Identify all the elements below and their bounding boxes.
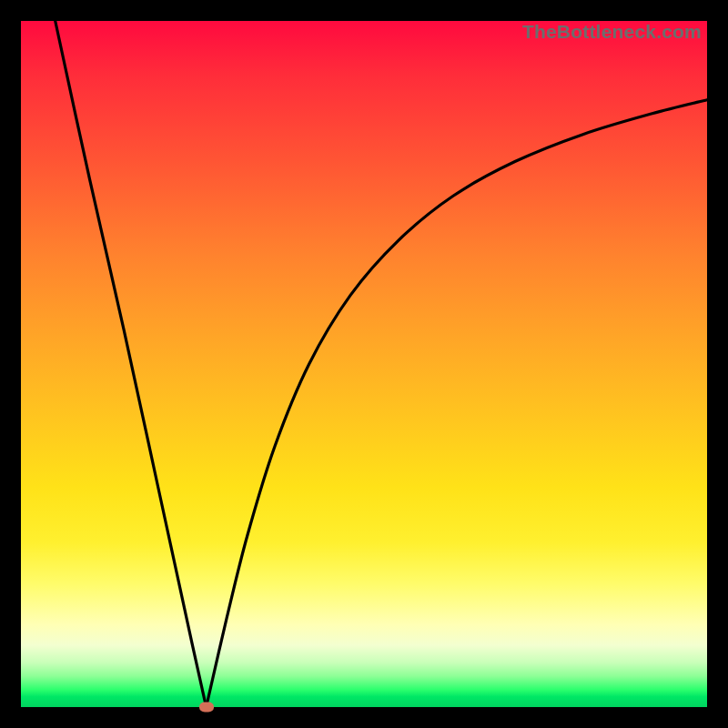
plot-frame: TheBottleneck.com: [21, 21, 707, 707]
minimum-marker: [199, 703, 214, 713]
bottleneck-curve: [21, 21, 707, 707]
watermark-text: TheBottleneck.com: [522, 21, 702, 43]
curve-left-segment: [56, 21, 207, 707]
curve-right-segment: [207, 100, 707, 707]
